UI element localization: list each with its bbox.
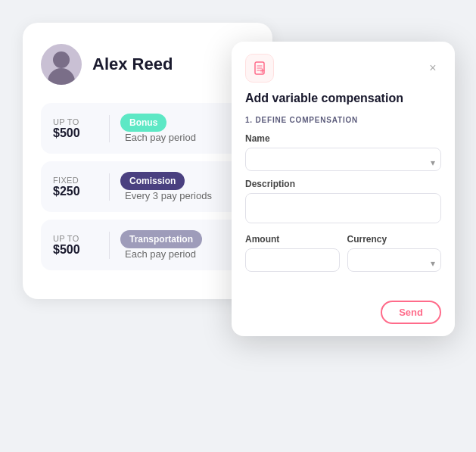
modal-header: × [232, 42, 455, 92]
description-input[interactable] [245, 193, 441, 223]
comp-amount-transportation: Up to $500 [53, 234, 98, 257]
document-icon [252, 61, 267, 76]
amount-col: Amount [245, 234, 340, 279]
send-button[interactable]: Send [381, 301, 441, 324]
profile-header: Alex Reed [41, 44, 254, 85]
comp-value-commission: $250 [53, 185, 98, 198]
comp-details-transportation: Transportation Each pay period [120, 230, 202, 260]
amount-label: Amount [245, 234, 340, 245]
profile-name: Alex Reed [92, 55, 173, 74]
comp-period-transportation: Each pay period [125, 248, 202, 260]
comp-type-commission: Fixed [53, 176, 98, 185]
comp-type-bonus: Up to [53, 117, 98, 126]
modal-add-compensation: × Add variable compensation 1. Define Co… [232, 42, 455, 336]
comp-details-commission: Comission Every 3 pay periods [120, 172, 212, 201]
comp-row-transportation: Up to $500 Transportation Each pay perio… [41, 220, 254, 270]
amount-currency-row: Amount Currency USD EUR [245, 234, 441, 279]
badge-commission: Comission [120, 172, 185, 190]
comp-value-transportation: $500 [53, 243, 98, 257]
comp-amount-commission: Fixed $250 [53, 176, 98, 198]
modal-icon-wrap [245, 54, 274, 83]
comp-period-bonus: Each pay period [125, 132, 196, 143]
comp-amount-bonus: Up to $500 [53, 117, 98, 140]
divider-2 [109, 173, 110, 201]
name-field-label: Name [245, 133, 441, 144]
badge-transportation: Transportation [120, 230, 202, 248]
comp-row-bonus: Up to $500 Bonus Each pay period [41, 103, 254, 154]
comp-details-bonus: Bonus Each pay period [120, 114, 196, 143]
comp-row-commission: Fixed $250 Comission Every 3 pay periods [41, 161, 254, 212]
modal-close-button[interactable]: × [425, 60, 441, 76]
name-select-wrapper[interactable] [245, 148, 441, 179]
section-label: 1. Define Compensation [245, 116, 441, 124]
divider-3 [109, 232, 110, 259]
currency-label: Currency [347, 234, 442, 245]
description-field-label: Description [245, 179, 441, 189]
currency-select[interactable]: USD EUR [347, 248, 442, 272]
avatar [41, 44, 82, 85]
divider-1 [109, 115, 110, 142]
modal-title: Add variable compensation [232, 92, 455, 116]
name-select[interactable] [245, 148, 441, 171]
currency-col: Currency USD EUR [347, 234, 442, 279]
currency-select-wrapper[interactable]: USD EUR [347, 248, 442, 279]
modal-body: 1. Define Compensation Name Description … [232, 116, 455, 293]
comp-type-transportation: Up to [53, 234, 98, 243]
comp-value-bonus: $500 [53, 126, 98, 140]
modal-footer: Send [232, 293, 455, 336]
badge-bonus: Bonus [120, 114, 166, 132]
amount-input[interactable] [245, 248, 340, 272]
comp-period-commission: Every 3 pay periods [125, 190, 212, 201]
